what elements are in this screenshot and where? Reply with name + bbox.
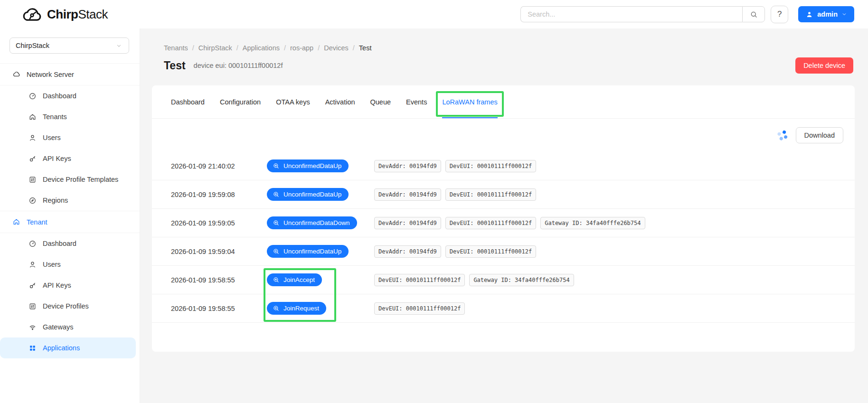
search-input[interactable] <box>520 6 742 22</box>
frames-table: 2026-01-09 21:40:02 UnconfirmedDataUp De… <box>152 152 855 323</box>
zoom-in-icon <box>273 219 280 226</box>
device-card: Dashboard Configuration OTAA keys Activa… <box>152 85 855 352</box>
org-selector-value: ChirpStack <box>16 42 49 49</box>
sidebar-item-tenant-users[interactable]: Users <box>0 254 140 275</box>
sidebar-item-applications[interactable]: Applications <box>0 337 136 358</box>
sidebar-item-label: API Keys <box>43 155 71 162</box>
frame-tag: DevAddr: 00194fd9 <box>374 245 441 258</box>
sidebar-item-tenant-api-keys[interactable]: API Keys <box>0 275 140 296</box>
frame-timestamp: 2026-01-09 19:59:04 <box>171 248 267 255</box>
user-icon <box>805 10 813 19</box>
dashboard-icon <box>28 240 37 248</box>
sidebar-item-ns-api-keys[interactable]: API Keys <box>0 148 140 169</box>
zoom-in-icon <box>273 305 280 312</box>
key-icon <box>28 281 37 290</box>
compass-icon <box>28 197 37 205</box>
loading-spinner-icon <box>775 128 789 142</box>
tab-events[interactable]: Events <box>406 85 427 118</box>
delete-device-button[interactable]: Delete device <box>795 57 853 74</box>
section-label: Tenant <box>27 218 47 226</box>
sidebar: ChirpStack Network Server Dashboard Tena… <box>0 28 140 403</box>
tab-queue[interactable]: Queue <box>370 85 391 118</box>
help-button[interactable]: ? <box>771 6 788 23</box>
frame-timestamp: 2026-01-09 19:59:05 <box>171 219 267 227</box>
sidebar-item-label: Regions <box>43 197 68 204</box>
frame-row: 2026-01-09 19:59:08 UnconfirmedDataUp De… <box>152 180 855 209</box>
brand-regular: Stack <box>78 7 108 21</box>
brand-bold: Chirp <box>47 7 78 21</box>
frame-row: 2026-01-09 19:58:55 JoinRequest DevEUI: … <box>152 294 855 323</box>
frame-tag: DevEUI: 00010111ff00012f <box>445 188 536 201</box>
frame-tag: DevEUI: 00010111ff00012f <box>374 274 465 286</box>
page-title: Test <box>164 59 186 72</box>
sidebar-item-ns-dashboard[interactable]: Dashboard <box>0 85 140 106</box>
chirpstack-app: ChirpStack ? admin ChirpStack <box>0 0 868 403</box>
device-tabs: Dashboard Configuration OTAA keys Activa… <box>152 85 855 119</box>
frame-type-badge[interactable]: UnconfirmedDataDown <box>267 216 357 229</box>
sidebar-item-regions[interactable]: Regions <box>0 190 140 211</box>
zoom-in-icon <box>273 248 280 255</box>
admin-label: admin <box>817 10 838 18</box>
tab-activation[interactable]: Activation <box>325 85 355 118</box>
breadcrumb-item[interactable]: ChirpStack <box>198 44 232 52</box>
frame-type-badge[interactable]: UnconfirmedDataUp <box>267 245 349 258</box>
frame-type-badge[interactable]: UnconfirmedDataUp <box>267 188 349 201</box>
sidebar-item-label: Device Profiles <box>43 302 89 310</box>
search-button[interactable] <box>742 6 765 22</box>
frame-row: 2026-01-09 21:40:02 UnconfirmedDataUp De… <box>152 152 855 180</box>
frame-type-badge[interactable]: UnconfirmedDataUp <box>267 159 349 172</box>
frame-row: 2026-01-09 19:59:05 UnconfirmedDataDown … <box>152 209 855 237</box>
sliders-icon <box>28 176 37 184</box>
frame-tag: DevEUI: 00010111ff00012f <box>374 302 465 315</box>
zoom-in-icon <box>273 162 280 169</box>
sidebar-item-label: Users <box>43 134 61 141</box>
breadcrumb-item[interactable]: Devices <box>324 44 349 52</box>
breadcrumb-item[interactable]: ros-app <box>290 44 313 52</box>
search-icon <box>750 10 758 19</box>
org-selector[interactable]: ChirpStack <box>9 37 129 54</box>
tab-otaa-keys[interactable]: OTAA keys <box>276 85 310 118</box>
sidebar-item-device-profile-templates[interactable]: Device Profile Templates <box>0 169 140 190</box>
sidebar-item-label: Applications <box>43 344 80 352</box>
chevron-down-icon <box>841 11 847 17</box>
key-icon <box>28 155 37 163</box>
chirpstack-cloud-icon <box>22 6 43 22</box>
user-icon <box>28 134 37 142</box>
wifi-icon <box>28 323 37 331</box>
zoom-in-icon <box>273 191 280 198</box>
frame-tag: DevAddr: 00194fd9 <box>374 217 441 229</box>
download-button[interactable]: Download <box>796 127 844 143</box>
chevron-down-icon <box>115 43 123 49</box>
frame-timestamp: 2026-01-09 19:58:55 <box>171 276 267 284</box>
sidebar-item-device-profiles[interactable]: Device Profiles <box>0 296 140 317</box>
sidebar-item-ns-users[interactable]: Users <box>0 127 140 148</box>
cloud-icon <box>12 70 20 78</box>
breadcrumb-item-current: Test <box>359 44 372 52</box>
frames-toolbar: Download <box>152 119 855 152</box>
grid-icon <box>28 344 37 352</box>
frame-type-badge[interactable]: JoinAccept <box>267 273 322 286</box>
frame-tag: Gateway ID: 34fa40fffe26b754 <box>540 217 645 229</box>
section-tenant: Tenant <box>0 211 140 233</box>
sidebar-item-gateways[interactable]: Gateways <box>0 317 140 337</box>
breadcrumb-item[interactable]: Applications <box>243 44 280 52</box>
frame-type-badge[interactable]: JoinRequest <box>267 302 326 315</box>
tab-configuration[interactable]: Configuration <box>220 85 261 118</box>
sidebar-item-label: Tenants <box>43 113 67 121</box>
user-icon <box>28 261 37 269</box>
frame-timestamp: 2026-01-09 21:40:02 <box>171 162 267 170</box>
sidebar-item-label: API Keys <box>43 281 71 289</box>
tab-lorawan-frames[interactable]: LoRaWAN frames <box>442 85 497 118</box>
breadcrumb-item[interactable]: Tenants <box>164 44 188 52</box>
sidebar-item-tenants[interactable]: Tenants <box>0 106 140 127</box>
section-network-server: Network Server <box>0 63 140 85</box>
frame-row: 2026-01-09 19:59:04 UnconfirmedDataUp De… <box>152 237 855 266</box>
sidebar-item-tenant-dashboard[interactable]: Dashboard <box>0 233 140 254</box>
sliders-icon <box>28 302 37 310</box>
breadcrumb: Tenants/ChirpStack/Applications/ros-app/… <box>164 44 855 52</box>
sidebar-item-label: Gateways <box>43 323 73 331</box>
admin-user-button[interactable]: admin <box>798 6 854 22</box>
main-content: Tenants/ChirpStack/Applications/ros-app/… <box>140 28 868 403</box>
frame-tag: DevEUI: 00010111ff00012f <box>445 245 536 258</box>
tab-dashboard[interactable]: Dashboard <box>171 85 205 118</box>
